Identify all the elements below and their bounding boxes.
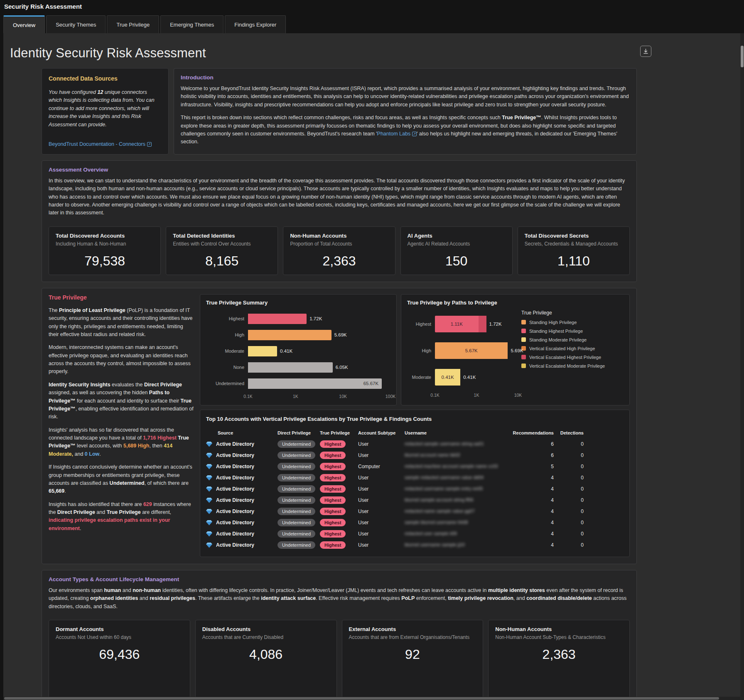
true-privilege-paragraph: If Insights cannot conclusively determin…: [49, 463, 194, 496]
active-directory-icon: [206, 452, 212, 458]
table-row[interactable]: Active Directory Undetermined Highest Us…: [206, 540, 624, 551]
category-label: Highest: [407, 322, 435, 327]
legend-item: Vertical Escalated High Privilege: [521, 346, 624, 351]
stat-value: 2,363: [495, 647, 623, 662]
stat-subtitle: Accounts that are from External Organisa…: [349, 634, 476, 640]
bar-moderate: [248, 346, 277, 356]
source-label: Active Directory: [216, 475, 254, 481]
table-row[interactable]: Active Directory Undetermined Highest Us…: [206, 484, 624, 495]
source-label: Active Directory: [216, 452, 254, 458]
documentation-link[interactable]: BeyondTrust Documentation - Connectors↗: [49, 141, 152, 147]
table-row[interactable]: Active Directory Undetermined Highest Us…: [206, 472, 624, 484]
account-subtype: User: [358, 520, 405, 526]
bar-segment: [479, 316, 486, 332]
redacted-username: blurred username sample jj10: [405, 542, 465, 547]
true-privilege-text-column: True Privilege The Principle of Least Pr…: [49, 294, 194, 557]
account-types-heading: Account Types & Account Lifecycle Manage…: [49, 576, 630, 582]
table-row[interactable]: Active Directory Undetermined Highest Us…: [206, 495, 624, 506]
source-label: Active Directory: [216, 464, 254, 469]
active-directory-icon: [206, 542, 212, 548]
active-directory-icon: [206, 497, 212, 503]
legend-swatch: [521, 355, 526, 359]
introduction-heading: Introduction: [181, 74, 630, 81]
recommendations-count: 4: [505, 486, 554, 492]
stat-title: Disabled Accounts: [202, 626, 330, 632]
active-directory-icon: [206, 441, 212, 447]
vertical-scrollbar-thumb[interactable]: [741, 46, 744, 67]
direct-privilege-badge: Undetermined: [277, 452, 315, 459]
overview-stats-row: Total Discovered Accounts Including Huma…: [49, 226, 630, 275]
category-label: Moderate: [206, 349, 248, 354]
table-row[interactable]: Active Directory Undetermined Highest Us…: [206, 506, 624, 517]
true-privilege-heading: True Privilege: [49, 294, 194, 301]
column-header-username: Username: [405, 430, 505, 435]
tab[interactable]: Emerging Themes: [160, 15, 223, 33]
account-subtype: User: [358, 497, 405, 503]
table-row[interactable]: Active Directory Undetermined Highest Us…: [206, 517, 624, 528]
vertical-scrollbar[interactable]: [740, 33, 744, 700]
stat-value: 2,363: [290, 253, 388, 269]
legend-label: Vertical Escalated Highest Privilege: [529, 355, 601, 360]
download-button[interactable]: [640, 46, 651, 57]
detections-count: 0: [554, 531, 584, 537]
true-privilege-badge: Highest: [320, 541, 346, 549]
tab[interactable]: True Privilege: [107, 15, 159, 33]
active-directory-icon: [206, 531, 212, 537]
top-accounts-table-card: Top 10 Accounts with Vertical Privilege …: [200, 410, 630, 557]
bar-total-label: 0.41K: [463, 375, 476, 380]
tab-label: Overview: [13, 22, 35, 28]
redacted-username: redacted sample username string aa01: [405, 441, 484, 446]
true-privilege-paragraph: Modern, interconnected systems can make …: [49, 344, 194, 376]
source-label: Active Directory: [216, 531, 254, 537]
table-row[interactable]: Active Directory Undetermined Highest Co…: [206, 461, 624, 472]
column-header-account-subtype: Account Subtype: [358, 430, 405, 435]
stat-value: 4,086: [202, 647, 330, 662]
stat-title: Non-Human Accounts: [495, 626, 623, 632]
legend-label: Standing Highest Privilege: [529, 329, 583, 334]
bar-value-label: 1.72K: [309, 316, 322, 321]
horizontal-scrollbar-thumb[interactable]: [4, 697, 719, 700]
stat-subtitle: Secrets, Credentials & Managed Accounts: [525, 241, 623, 247]
detections-count: 0: [554, 452, 584, 458]
bar-undetermined: [248, 378, 382, 389]
stat-value: 79,538: [56, 253, 154, 269]
direct-privilege-badge: Undetermined: [277, 541, 315, 549]
tab[interactable]: Overview: [3, 15, 45, 33]
true-privilege-section: True Privilege The Principle of Least Pr…: [42, 288, 637, 564]
stat-card: Total Detected Identities Entities with …: [166, 226, 278, 275]
axis-tick: 10K: [339, 394, 347, 399]
stat-card: External Accounts Accounts that are from…: [342, 620, 484, 700]
table-row[interactable]: Active Directory Undetermined Highest Us…: [206, 450, 624, 461]
legend-item: Vertical Escalated Highest Privilege: [521, 355, 624, 360]
account-subtype: User: [358, 452, 405, 458]
true-privilege-badge: Highest: [320, 496, 346, 504]
direct-privilege-badge: Undetermined: [277, 508, 315, 515]
horizontal-scrollbar[interactable]: [3, 697, 740, 700]
recommendations-count: 4: [505, 520, 554, 526]
top-accounts-table: Source Direct Privilege True Privilege A…: [206, 427, 624, 551]
account-types-text: Our environments span human and non-huma…: [49, 587, 630, 611]
direct-privilege-badge: Undetermined: [277, 530, 315, 538]
direct-privilege-badge: Undetermined: [277, 474, 315, 481]
recommendations-count: 4: [505, 531, 554, 537]
table-row[interactable]: Active Directory Undetermined Highest Us…: [206, 439, 624, 450]
table-row[interactable]: Active Directory Undetermined Highest Us…: [206, 528, 624, 540]
column-header-direct-privilege: Direct Privilege: [277, 430, 320, 435]
active-directory-icon: [206, 486, 212, 492]
account-types-section: Account Types & Account Lifecycle Manage…: [42, 570, 637, 700]
table-body: Active Directory Undetermined Highest Us…: [206, 439, 624, 551]
bar-highest: [248, 314, 307, 324]
tab-label: Findings Explorer: [234, 22, 276, 28]
tab[interactable]: Findings Explorer: [225, 15, 286, 33]
axis-tick: 1K: [293, 394, 298, 399]
true-privilege-badge: Highest: [320, 530, 346, 538]
paths-to-privilege-chart-card: True Privilege by Paths to Privilege Hig…: [401, 294, 630, 405]
true-privilege-paragraph: The Principle of Least Privilege (PoLP) …: [49, 307, 194, 339]
recommendations-count: 5: [505, 464, 554, 469]
chart-legend: True Privilege Standing High Privilege: [521, 306, 624, 399]
source-label: Active Directory: [216, 520, 254, 526]
tab-label: True Privilege: [116, 22, 150, 28]
tab[interactable]: Security Themes: [46, 15, 106, 33]
axis-tick: 10K: [514, 393, 522, 398]
stat-value: 69,436: [56, 647, 183, 662]
